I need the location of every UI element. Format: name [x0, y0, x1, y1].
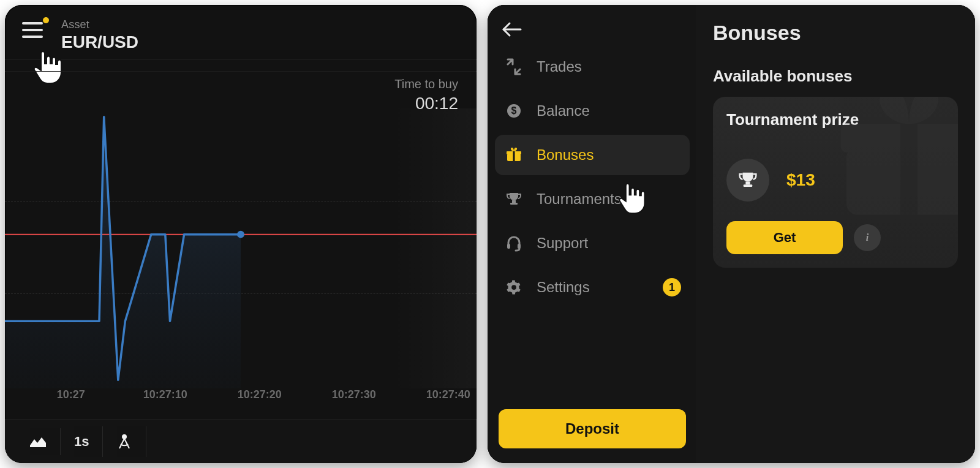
menu-item-label: Trades: [537, 58, 582, 75]
svg-rect-7: [513, 151, 515, 161]
trophy-icon: [505, 190, 523, 208]
notification-dot-icon: [43, 17, 49, 23]
asset-label: Asset: [61, 18, 138, 31]
drawing-tools-button[interactable]: [103, 426, 146, 457]
x-tick: 10:27: [57, 388, 85, 401]
page-title: Bonuses: [713, 21, 958, 45]
bonus-value: $13: [786, 170, 815, 190]
menu-item-tournaments[interactable]: Tournaments: [495, 179, 690, 219]
chart-toolbar: 1s: [5, 419, 477, 463]
trading-screen: Asset EUR/USD Time to buy 00:12: [5, 5, 477, 463]
menu-item-settings[interactable]: Settings 1: [495, 267, 690, 308]
price-chart[interactable]: 10:27 10:27:10 10:27:20 10:27:30 10:27:4…: [5, 71, 477, 410]
svg-text:$: $: [511, 105, 517, 116]
menu-button[interactable]: [21, 18, 44, 42]
gift-icon: [505, 146, 523, 164]
chart-plot: [5, 108, 477, 388]
compass-icon: [116, 434, 132, 450]
get-bonus-label: Get: [774, 230, 796, 246]
menu-item-support[interactable]: Support: [495, 223, 690, 263]
x-tick: 10:27:20: [238, 388, 282, 401]
notification-badge: 1: [663, 278, 681, 296]
menu-item-balance[interactable]: $ Balance: [495, 91, 690, 131]
svg-point-2: [123, 435, 126, 439]
menu-item-label: Bonuses: [537, 146, 594, 164]
asset-value: EUR/USD: [61, 32, 138, 52]
side-menu: Trades $ Balance: [488, 5, 696, 463]
menu-item-label: Settings: [537, 279, 590, 296]
trophy-chip: [726, 159, 769, 202]
svg-rect-15: [745, 181, 750, 184]
gift-bg-icon: [829, 97, 958, 238]
gear-icon: [505, 278, 523, 296]
asset-block[interactable]: Asset EUR/USD: [61, 18, 138, 52]
x-tick: 10:27:30: [332, 388, 376, 401]
x-axis: 10:27 10:27:10 10:27:20 10:27:30 10:27:4…: [5, 388, 477, 403]
area-chart-icon: [29, 436, 47, 448]
deposit-label: Deposit: [565, 420, 619, 437]
available-bonuses-title: Available bonuses: [713, 67, 958, 86]
bonuses-screen: Trades $ Balance: [488, 5, 975, 463]
balance-icon: $: [505, 102, 523, 120]
get-bonus-button[interactable]: Get: [726, 221, 843, 254]
deposit-button[interactable]: Deposit: [499, 409, 686, 448]
x-tick: 10:27:40: [426, 388, 470, 401]
menu-item-trades[interactable]: Trades: [495, 47, 690, 87]
headset-icon: [505, 234, 523, 252]
topbar: Asset EUR/USD: [5, 5, 477, 60]
menu-item-label: Support: [537, 235, 588, 252]
trades-icon: [505, 58, 523, 76]
menu-item-bonuses[interactable]: Bonuses: [495, 135, 690, 175]
back-button[interactable]: [495, 17, 690, 42]
bonus-card: Tournament prize $13: [713, 97, 958, 268]
svg-rect-13: [841, 124, 958, 152]
bonuses-content: Bonuses Available bonuses Tournament pri…: [696, 5, 975, 463]
svg-rect-9: [510, 203, 518, 205]
menu-list: Trades $ Balance: [495, 47, 690, 308]
timeframe-label: 1s: [74, 434, 89, 450]
svg-rect-10: [507, 244, 510, 249]
svg-rect-14: [900, 124, 918, 215]
svg-rect-16: [744, 184, 753, 187]
timeframe-button[interactable]: 1s: [61, 426, 103, 457]
chart-type-button[interactable]: [16, 428, 61, 455]
x-tick: 10:27:10: [143, 388, 187, 401]
menu-item-label: Tournaments: [537, 191, 622, 208]
svg-rect-8: [512, 200, 516, 203]
menu-item-label: Balance: [537, 102, 590, 119]
svg-point-1: [237, 231, 244, 238]
